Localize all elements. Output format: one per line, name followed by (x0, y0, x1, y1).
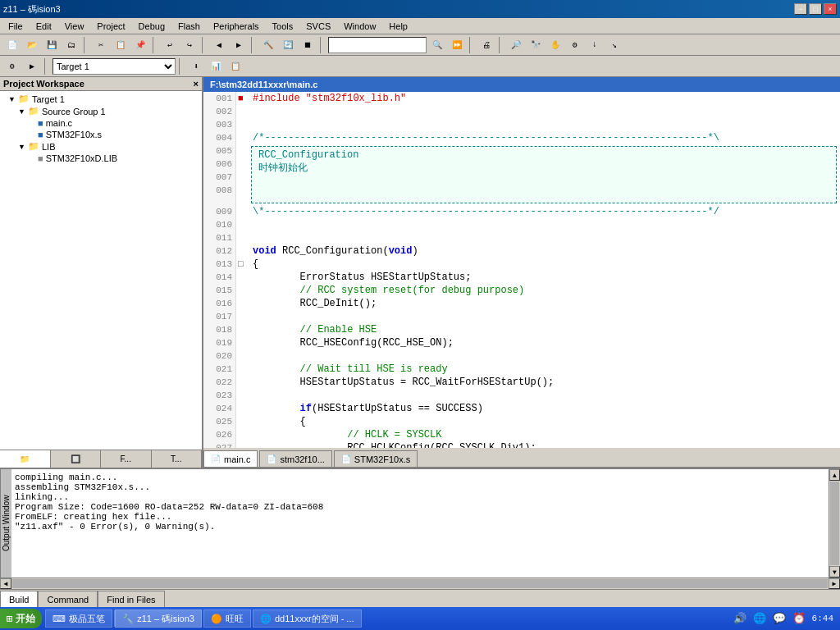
line-num-010: 010 (203, 218, 236, 231)
menu-debug[interactable]: Debug (134, 20, 170, 33)
code-editor[interactable]: 001 ■ #include "stm32f10x_lib.h" 002 003 (203, 92, 840, 448)
zoom-out-button[interactable]: 🔭 (527, 36, 545, 54)
menu-file[interactable]: File (3, 20, 28, 33)
separator-8 (44, 58, 49, 75)
undo-button[interactable]: ↩ (161, 36, 179, 54)
code-file-path: F:\stm32dd11xxxr\main.c (203, 77, 840, 92)
tree-item-source-group[interactable]: ▼ 📁 Source Group 1 (2, 105, 200, 117)
stop-button[interactable]: ⏹ (299, 36, 317, 54)
save-all-button[interactable]: 🗂 (62, 36, 80, 54)
bottom-main: Output Window compiling main.c... assemb… (0, 469, 840, 578)
left-panel: Project Workspace × ▼ 📁 Target 1 ▼ 📁 Sou… (0, 77, 203, 468)
nav-fwd-button[interactable]: ▶ (230, 36, 248, 54)
taskbar-pinjin[interactable]: ⌨ 极品五笔 (45, 609, 112, 628)
left-tab-templates[interactable]: T... (152, 450, 203, 468)
line-code-022: HSEStartUpStatus = RCC_WaitForHSEStartUp… (248, 376, 554, 389)
save-button[interactable]: 💾 (43, 36, 61, 54)
output-scrollbar-v[interactable]: ▲ ▼ (829, 469, 840, 578)
menu-view[interactable]: View (60, 20, 89, 33)
menu-peripherals[interactable]: Peripherals (208, 20, 264, 33)
taskbar-browser[interactable]: 🌐 dd11xxxr的空间 - ... (253, 609, 362, 628)
separator-9 (179, 58, 184, 75)
close-button[interactable]: × (824, 3, 837, 15)
menu-flash[interactable]: Flash (173, 20, 205, 33)
left-tab-files[interactable]: 📁 (0, 450, 51, 468)
line-num-027: 027 (203, 441, 236, 448)
project-workspace-close[interactable]: × (194, 79, 199, 89)
settings-button[interactable]: 📊 (207, 57, 225, 75)
code-line-020: 020 (203, 349, 840, 363)
find-next-button[interactable]: ⏩ (448, 36, 466, 54)
scrollbar-right-btn[interactable]: ▶ (829, 578, 840, 589)
line-indicator-004 (236, 131, 248, 144)
pinjin-icon: ⌨ (52, 614, 66, 624)
target-select[interactable]: Target 1 (52, 58, 176, 75)
line-indicator-026 (236, 428, 248, 441)
step-button[interactable]: ↓ (586, 36, 604, 54)
menu-window[interactable]: Window (339, 20, 381, 33)
scrollbar-up-btn[interactable]: ▲ (829, 469, 840, 481)
tab-mainc[interactable]: 📄 main.c (203, 450, 258, 467)
step2-button[interactable]: ↘ (605, 36, 623, 54)
scrollbar-left-btn[interactable]: ◀ (0, 578, 11, 589)
menu-project[interactable]: Project (92, 20, 130, 33)
tree-item-lib[interactable]: ▼ 📁 LIB (2, 140, 200, 153)
line-num-021: 021 (203, 363, 236, 376)
redo-button[interactable]: ↪ (180, 36, 199, 54)
zoom-in-button[interactable]: 🔎 (507, 36, 525, 54)
tree-item-libfile[interactable]: ■ STM32F10xD.LIB (2, 153, 200, 164)
tab-stm32f10[interactable]: 📄 stm32f10... (259, 450, 331, 467)
taskbar-keil[interactable]: 🔧 z11 – 碼ision3 (115, 609, 202, 628)
left-tab-functions[interactable]: F... (101, 450, 152, 468)
new-button[interactable]: 📄 (3, 36, 21, 54)
systray-network[interactable]: 🌐 (753, 612, 766, 625)
extra-button[interactable]: 📋 (226, 57, 244, 75)
pan-button[interactable]: ✋ (546, 36, 564, 54)
cut-button[interactable]: ✂ (92, 36, 110, 54)
start-button[interactable]: ⊞ 开始 (0, 609, 42, 628)
scrollbar-down-btn[interactable]: ▼ (829, 566, 840, 578)
load-button[interactable]: ⬇ (187, 57, 205, 75)
bottom-tab-command[interactable]: Command (38, 591, 98, 607)
copy-button[interactable]: 📋 (112, 36, 130, 54)
open-button[interactable]: 📂 (23, 36, 41, 54)
expand-target-icon: ▼ (8, 95, 18, 103)
bottom-tab-find[interactable]: Find in Files (98, 591, 164, 607)
menu-svcs[interactable]: SVCS (301, 20, 336, 33)
debug-mode-button[interactable]: ⚙ (566, 36, 584, 54)
systray-chat[interactable]: 💬 (773, 612, 786, 625)
bottom-tab-build[interactable]: Build (0, 591, 38, 607)
rebuild-button[interactable]: 🔄 (279, 36, 297, 54)
line-indicator-019 (236, 336, 248, 349)
tab-stm32f10xs[interactable]: 📄 STM32F10x.s (334, 450, 418, 467)
build-button[interactable]: 🔨 (259, 36, 277, 54)
menu-tools[interactable]: Tools (267, 20, 299, 33)
project-workspace-title: Project Workspace (3, 79, 84, 89)
find-button[interactable]: 🔍 (428, 36, 446, 54)
search-input[interactable] (328, 37, 427, 53)
maximize-button[interactable]: □ (809, 3, 822, 15)
left-tab-regs[interactable]: 🔲 (51, 450, 102, 468)
line-indicator-018 (236, 323, 248, 336)
line-indicator-013: □ (236, 258, 248, 271)
taskbar-wangwang[interactable]: 🟠 旺旺 (203, 609, 251, 628)
project-tree: ▼ 📁 Target 1 ▼ 📁 Source Group 1 ■ main.c (0, 91, 202, 450)
tree-item-stm32s[interactable]: ■ STM32F10x.s (2, 129, 200, 140)
tree-item-mainc[interactable]: ■ main.c (2, 117, 200, 129)
menu-help[interactable]: Help (384, 20, 413, 33)
systray-volume[interactable]: 🔊 (733, 612, 746, 625)
output-line-4: Program Size: Code=1600 RO-data=252 RW-d… (15, 502, 825, 512)
target-options-button[interactable]: ⚙ (3, 57, 21, 75)
menu-edit[interactable]: Edit (31, 20, 57, 33)
paste-button[interactable]: 📌 (131, 36, 149, 54)
run-button[interactable]: ▶ (23, 57, 41, 75)
tab-mainc-label: main.c (224, 454, 250, 464)
nav-back-button[interactable]: ◀ (210, 36, 228, 54)
print-button[interactable]: 🖨 (477, 36, 495, 54)
wangwang-icon: 🟠 (211, 614, 222, 624)
line-indicator-001: ■ (236, 92, 248, 105)
toolbar-secondary: ⚙ ▶ Target 1 ⬇ 📊 📋 (0, 56, 840, 77)
minimize-button[interactable]: − (794, 3, 807, 15)
line-num-007: 007 (203, 171, 235, 184)
tree-item-target[interactable]: ▼ 📁 Target 1 (2, 93, 200, 105)
